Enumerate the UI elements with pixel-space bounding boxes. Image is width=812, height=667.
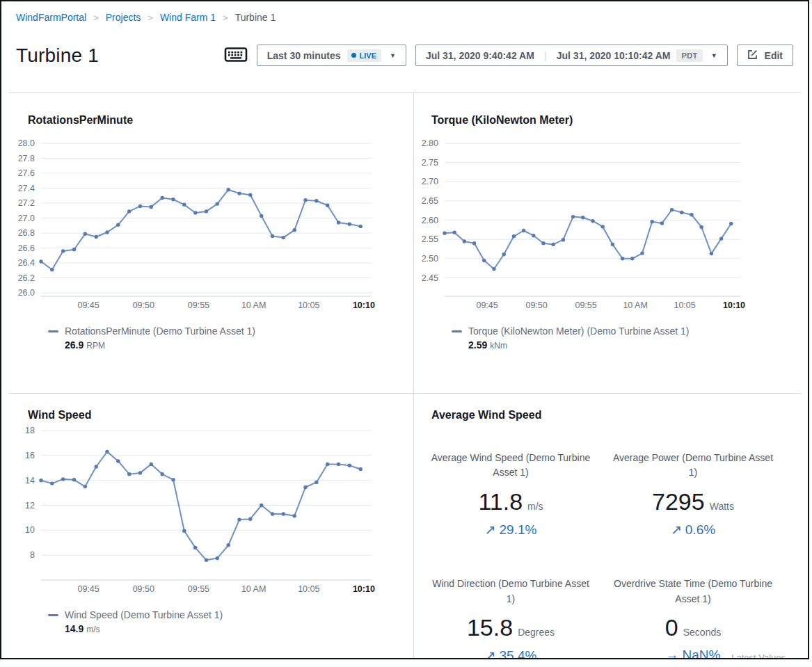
kpi-value: 15.8	[467, 614, 513, 641]
kpi-label: Average Power (Demo Turbine Asset 1)	[602, 451, 784, 481]
svg-text:09:45: 09:45	[77, 584, 99, 594]
series-latest-value: 2.59	[468, 339, 487, 351]
edit-icon	[747, 49, 758, 62]
svg-text:2.80: 2.80	[422, 138, 438, 148]
kpi-panel-title: Average Wind Speed	[431, 409, 801, 421]
page-title: Turbine 1	[16, 45, 99, 67]
chart-title: RotationsPerMinute	[28, 114, 413, 127]
line-chart-torque[interactable]: 2.452.502.552.602.652.702.752.8009:4509:…	[414, 130, 804, 320]
kpi-wind-direction: Wind Direction (Demo Turbine Asset 1) 15…	[420, 577, 602, 659]
keyboard-shortcuts-button[interactable]	[224, 46, 248, 65]
live-dot-icon	[351, 53, 356, 58]
svg-text:09:45: 09:45	[77, 300, 99, 310]
svg-text:2.45: 2.45	[422, 273, 438, 282]
series-color-icon	[452, 330, 462, 332]
latest-values-label: Latest Values	[731, 652, 786, 660]
kpi-unit: Degrees	[518, 627, 555, 638]
svg-text:09:50: 09:50	[133, 300, 154, 310]
series-color-icon	[48, 614, 58, 616]
svg-text:2.65: 2.65	[422, 195, 438, 205]
svg-text:27.8: 27.8	[18, 153, 35, 163]
series-unit: RPM	[86, 341, 105, 351]
svg-text:09:50: 09:50	[133, 584, 154, 594]
panel-average-wind-speed-kpi: Average Wind Speed Average Wind Speed (D…	[413, 393, 801, 660]
time-range-dropdown[interactable]: Last 30 minutes LIVE ▼	[257, 45, 406, 66]
svg-text:26.4: 26.4	[18, 258, 35, 268]
kpi-average-wind-speed: Average Wind Speed (Demo Turbine Asset 1…	[420, 451, 602, 538]
series-latest-value: 14.9	[65, 623, 83, 634]
kpi-average-power: Average Power (Demo Turbine Asset 1) 729…	[602, 451, 784, 538]
trend-up-icon: ↗	[485, 522, 496, 537]
date-range-picker[interactable]: Jul 31, 2020 9:40:42 AM | Jul 31, 2020 1…	[415, 45, 728, 66]
date-range-start: Jul 31, 2020 9:40:42 AM	[426, 50, 534, 61]
svg-text:09:55: 09:55	[188, 584, 209, 594]
svg-text:09:55: 09:55	[575, 300, 596, 310]
dashboard-page: WindFarmPortal>Projects>Wind Farm 1>Turb…	[0, 0, 809, 659]
svg-text:2.55: 2.55	[422, 234, 438, 244]
svg-text:10:10: 10:10	[353, 584, 375, 594]
breadcrumb-link-projects[interactable]: Projects	[106, 12, 141, 23]
chevron-down-icon: ▼	[390, 52, 396, 59]
time-range-label: Last 30 minutes	[267, 50, 341, 61]
svg-text:2.75: 2.75	[422, 157, 438, 167]
series-name: Wind Speed (Demo Turbine Asset 1)	[65, 609, 223, 620]
svg-text:12: 12	[25, 500, 35, 510]
series-unit: kNm	[490, 341, 507, 351]
svg-text:26.8: 26.8	[18, 228, 35, 238]
kpi-value: 0	[665, 614, 678, 641]
svg-text:14: 14	[25, 475, 35, 485]
date-range-separator: |	[541, 49, 550, 61]
line-chart-wind-speed[interactable]: 8101214161809:4509:5009:5510 AM10:0510:1…	[8, 425, 377, 604]
breadcrumb-separator-icon: >	[93, 13, 99, 23]
series-unit: m/s	[86, 625, 99, 634]
dashboard-grid: RotationsPerMinute 26.026.226.426.626.82…	[8, 93, 801, 660]
kpi-value: 7295	[652, 488, 705, 515]
line-chart-rotations-per-minute[interactable]: 26.026.226.426.626.827.027.227.427.627.8…	[8, 130, 377, 320]
svg-text:10:10: 10:10	[353, 300, 375, 310]
chart-legend: RotationsPerMinute (Demo Turbine Asset 1…	[48, 324, 413, 353]
svg-text:8: 8	[30, 550, 35, 560]
svg-text:10 AM: 10 AM	[241, 584, 266, 594]
kpi-unit: m/s	[527, 501, 543, 512]
svg-text:09:50: 09:50	[525, 300, 547, 310]
svg-text:26.6: 26.6	[18, 243, 35, 252]
svg-text:10:05: 10:05	[298, 300, 319, 310]
kpi-value: 11.8	[478, 488, 523, 515]
kpi-trend: ↗29.1%	[420, 522, 602, 538]
svg-text:10 AM: 10 AM	[241, 300, 266, 310]
breadcrumb: WindFarmPortal>Projects>Wind Farm 1>Turb…	[1, 1, 808, 26]
panel-torque: Torque (KiloNewton Meter) 2.452.502.552.…	[413, 93, 804, 393]
svg-text:10:05: 10:05	[298, 584, 319, 594]
svg-text:10:10: 10:10	[723, 300, 745, 310]
svg-text:2.60: 2.60	[422, 215, 438, 225]
kpi-grid: Average Wind Speed (Demo Turbine Asset 1…	[420, 451, 801, 660]
kpi-label: Wind Direction (Demo Turbine Asset 1)	[420, 577, 602, 606]
svg-text:10: 10	[25, 525, 35, 535]
kpi-label: Overdrive State Time (Demo Turbine Asset…	[602, 577, 784, 606]
breadcrumb-link-wind-farm[interactable]: Wind Farm 1	[160, 12, 216, 23]
svg-text:2.70: 2.70	[422, 177, 438, 186]
svg-text:09:55: 09:55	[188, 300, 209, 310]
kpi-label: Average Wind Speed (Demo Turbine Asset 1…	[420, 451, 602, 481]
breadcrumb-link-portal[interactable]: WindFarmPortal	[16, 12, 86, 23]
kpi-trend: ↗35.4%	[420, 648, 602, 659]
chart-title: Wind Speed	[28, 409, 413, 421]
svg-text:18: 18	[25, 426, 35, 435]
svg-text:16: 16	[25, 450, 35, 460]
date-range-end: Jul 31, 2020 10:10:42 AM	[557, 50, 671, 61]
series-color-icon	[48, 330, 58, 332]
svg-text:27.6: 27.6	[18, 168, 35, 178]
svg-text:27.2: 27.2	[18, 198, 35, 208]
series-name: RotationsPerMinute (Demo Turbine Asset 1…	[65, 326, 255, 337]
breadcrumb-separator-icon: >	[223, 13, 228, 23]
kpi-unit: Seconds	[683, 627, 721, 638]
chart-legend: Torque (KiloNewton Meter) (Demo Turbine …	[452, 324, 804, 353]
panel-rotations-per-minute: RotationsPerMinute 26.026.226.426.626.82…	[8, 93, 413, 393]
page-header: Turbine 1	[1, 26, 808, 93]
svg-text:26.0: 26.0	[18, 288, 35, 298]
live-badge: LIVE	[347, 49, 381, 62]
edit-button[interactable]: Edit	[737, 45, 793, 66]
trend-flat-icon: →	[666, 648, 679, 659]
header-controls: Last 30 minutes LIVE ▼ Jul 31, 2020 9:40…	[224, 45, 793, 66]
svg-text:27.0: 27.0	[18, 213, 35, 223]
